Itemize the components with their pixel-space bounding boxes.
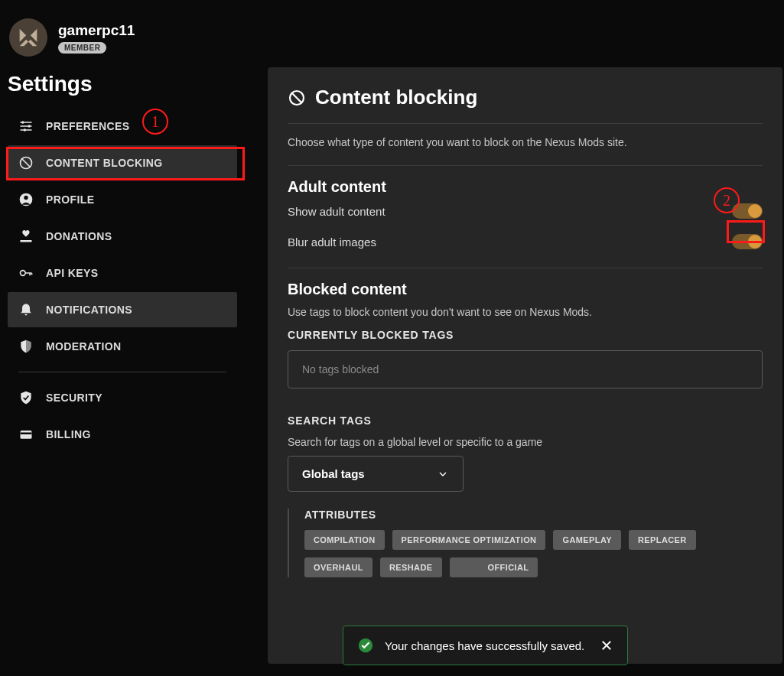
divider	[288, 268, 763, 268]
row-show-adult: Show adult content	[288, 196, 763, 226]
svg-rect-8	[21, 431, 32, 439]
user-meta: gamerpc11 MEMBER	[58, 22, 135, 54]
adult-content-title: Adult content	[288, 178, 763, 196]
toggle-knob	[748, 204, 762, 218]
attribute-tags: COMPILATION PERFORMANCE OPTIMIZATION GAM…	[304, 530, 763, 577]
sidebar-item-label: SECURITY	[46, 392, 102, 404]
annotation-box-2	[727, 220, 765, 243]
check-circle-icon	[357, 637, 374, 654]
user-header: gamerpc11 MEMBER	[0, 0, 784, 64]
blocked-tags-box[interactable]: No tags blocked	[288, 350, 763, 388]
title-text: Content blocking	[315, 86, 477, 109]
divider	[288, 123, 763, 124]
block-icon	[288, 89, 306, 107]
bell-icon	[18, 302, 34, 317]
annotation-marker-1: 1	[142, 109, 168, 135]
svg-line-11	[292, 93, 301, 102]
close-icon[interactable]	[600, 639, 613, 652]
page-heading: Settings	[8, 72, 237, 96]
tag-gameplay[interactable]: GAMEPLAY	[553, 530, 621, 550]
blocked-desc: Use tags to block content you don't want…	[288, 306, 763, 318]
tag-reshade[interactable]: RESHADE	[380, 557, 442, 577]
content-blocking-title: Content blocking	[288, 86, 763, 119]
svg-point-6	[24, 196, 28, 200]
blur-adult-label: Blur adult images	[288, 236, 376, 249]
sidebar-item-billing[interactable]: BILLING	[8, 417, 237, 452]
svg-point-2	[24, 128, 26, 131]
sidebar-item-label: BILLING	[46, 428, 91, 440]
main-panel: Content blocking Choose what type of con…	[268, 67, 782, 664]
toast-success: Your changes have successfully saved.	[343, 626, 628, 665]
annotation-marker-2: 2	[714, 187, 740, 213]
blocked-content-title: Blocked content	[288, 281, 763, 298]
show-adult-label: Show adult content	[288, 205, 385, 218]
svg-rect-9	[21, 433, 32, 435]
tag-scope-select[interactable]: Global tags	[288, 456, 464, 492]
sidebar-item-profile[interactable]: PROFILE	[8, 182, 237, 217]
search-tags-heading: SEARCH TAGS	[288, 414, 763, 427]
sidebar-item-label: API KEYS	[46, 267, 99, 279]
nav-divider	[18, 372, 226, 372]
sidebar-item-label: PROFILE	[46, 193, 94, 206]
tag-compilation[interactable]: COMPILATION	[304, 530, 385, 550]
chevron-down-icon	[437, 468, 449, 480]
search-tags-desc: Search for tags on a global level or spe…	[288, 436, 763, 448]
select-value: Global tags	[302, 467, 365, 480]
tag-overhaul[interactable]: OVERHAUL	[304, 557, 372, 577]
user-icon	[18, 192, 34, 207]
divider	[288, 165, 763, 166]
tag-official[interactable]: OFFICIAL	[450, 557, 538, 577]
tag-replacer[interactable]: REPLACER	[629, 530, 696, 550]
tag-performance[interactable]: PERFORMANCE OPTIMIZATION	[392, 530, 546, 550]
sidebar-item-label: NOTIFICATIONS	[46, 304, 132, 316]
avatar-icon	[15, 24, 41, 50]
sliders-icon	[18, 119, 34, 134]
attributes-block: ATTRIBUTES COMPILATION PERFORMANCE OPTIM…	[288, 509, 763, 577]
sidebar-item-moderation[interactable]: MODERATION	[8, 329, 237, 364]
avatar[interactable]	[9, 18, 47, 57]
sidebar-item-donations[interactable]: DONATIONS	[8, 219, 237, 254]
key-icon	[18, 265, 34, 281]
svg-point-7	[21, 271, 26, 276]
svg-point-1	[28, 125, 31, 127]
sidebar-item-api-keys[interactable]: API KEYS	[8, 255, 237, 291]
currently-blocked-heading: CURRENTLY BLOCKED TAGS	[288, 329, 763, 341]
toast-text: Your changes have successfully saved.	[385, 639, 584, 652]
page-description: Choose what type of content you want to …	[288, 136, 763, 148]
svg-point-0	[21, 121, 24, 123]
row-blur-adult: Blur adult images	[288, 226, 763, 257]
sidebar-item-security[interactable]: SECURITY	[8, 380, 237, 415]
card-icon	[18, 427, 34, 442]
sidebar-item-notifications[interactable]: NOTIFICATIONS	[8, 292, 237, 327]
sidebar-item-label: DONATIONS	[46, 230, 112, 242]
username: gamerpc11	[58, 22, 135, 39]
member-badge: MEMBER	[58, 42, 106, 54]
annotation-box-1	[6, 147, 245, 180]
sidebar-item-label: PREFERENCES	[46, 120, 129, 132]
attributes-title: ATTRIBUTES	[304, 509, 763, 521]
sidebar-item-preferences[interactable]: PREFERENCES	[8, 109, 237, 144]
heart-hand-icon	[18, 229, 34, 244]
sidebar-item-label: MODERATION	[46, 340, 122, 353]
shield-check-icon	[18, 390, 34, 405]
shield-icon	[18, 339, 34, 354]
